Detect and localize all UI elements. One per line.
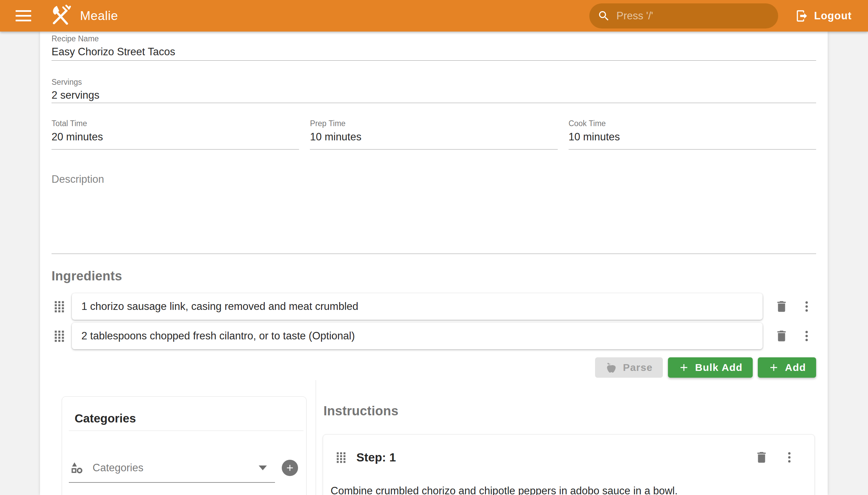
parse-button[interactable]: Parse (595, 357, 663, 378)
description-field[interactable]: Description (52, 173, 816, 186)
ingredient-row: 2 tablespoons chopped fresh cilantro, or… (52, 323, 816, 349)
drag-handle-icon[interactable] (52, 301, 67, 312)
instruction-step-card: Step: 1 C (323, 434, 815, 495)
prep-time-label: Prep Time (310, 119, 558, 128)
search-input[interactable] (616, 10, 770, 22)
trash-icon (775, 329, 789, 343)
bottom-section: Categories Categories (52, 383, 816, 495)
prep-time-value[interactable]: 10 minutes (310, 131, 558, 143)
hamburger-icon (16, 10, 31, 12)
ingredient-input[interactable]: 2 tablespoons chopped fresh cilantro, or… (72, 323, 763, 349)
divider (69, 431, 304, 431)
plus-icon (678, 362, 690, 373)
bulk-add-button[interactable]: Bulk Add (668, 357, 753, 378)
vertical-divider (316, 380, 316, 495)
step-text[interactable]: Combine crumbled chorizo and chipotle pe… (330, 483, 804, 495)
recipe-name-label: Recipe Name (52, 34, 816, 44)
cook-time-label: Cook Time (568, 119, 816, 128)
underline (69, 482, 275, 483)
description-label: Description (52, 173, 816, 186)
app-bar: Mealie Logout (0, 0, 868, 32)
instructions-column: Instructions (323, 383, 815, 495)
logout-label: Logout (814, 10, 852, 22)
servings-field[interactable]: Servings 2 servings (52, 78, 816, 101)
cook-time-field[interactable]: Cook Time 10 minutes (568, 119, 816, 150)
search-bar[interactable] (589, 3, 778, 29)
prep-time-field[interactable]: Prep Time 10 minutes (310, 119, 558, 150)
ingredient-menu-button[interactable] (797, 297, 816, 316)
underline (52, 149, 299, 150)
dots-vertical-icon (800, 300, 813, 313)
underline (52, 61, 816, 61)
instructions-section-title: Instructions (323, 404, 398, 419)
categories-card-title: Categories (74, 412, 136, 425)
delete-step-button[interactable] (752, 448, 771, 467)
mealie-logo-icon (49, 4, 72, 28)
recipe-name-field[interactable]: Recipe Name Easy Chorizo Street Tacos (52, 34, 816, 58)
recipe-name-value[interactable]: Easy Chorizo Street Tacos (52, 46, 816, 58)
add-label: Add (785, 362, 806, 373)
mealie-recipe-editor-page: Mealie Logout Recipe Name Easy Chorizo S… (0, 0, 868, 495)
servings-label: Servings (52, 78, 816, 87)
shapes-icon (70, 461, 84, 475)
total-time-label: Total Time (52, 119, 299, 128)
parse-label: Parse (623, 362, 653, 373)
underline (310, 149, 558, 150)
total-time-value[interactable]: 20 minutes (52, 131, 299, 143)
plus-icon (768, 362, 780, 373)
chevron-down-icon[interactable] (259, 465, 267, 470)
trash-icon (775, 300, 789, 313)
total-time-field[interactable]: Total Time 20 minutes (52, 119, 299, 150)
underline (52, 254, 816, 254)
logout-icon (795, 9, 809, 23)
underline (568, 149, 816, 150)
servings-value[interactable]: 2 servings (52, 89, 816, 101)
step-header: Step: 1 (333, 447, 799, 467)
categories-card: Categories Categories (62, 396, 307, 495)
trash-icon (754, 450, 769, 464)
bulk-add-label: Bulk Add (695, 362, 743, 373)
recipe-editor-card: Recipe Name Easy Chorizo Street Tacos Se… (40, 32, 828, 495)
times-row: Total Time 20 minutes Prep Time 10 minut… (52, 119, 816, 150)
ingredient-menu-button[interactable] (797, 326, 816, 345)
dots-vertical-icon (800, 329, 813, 343)
ingredient-row: 1 chorizo sausage link, casing removed a… (52, 293, 816, 320)
delete-ingredient-button[interactable] (772, 326, 791, 345)
add-ingredient-button[interactable]: Add (758, 357, 816, 378)
drag-handle-icon[interactable] (333, 451, 349, 463)
add-category-button[interactable] (282, 460, 298, 476)
dots-vertical-icon (783, 450, 796, 464)
delete-ingredient-button[interactable] (772, 297, 791, 316)
step-title: Step: 1 (356, 450, 752, 464)
ingredient-input[interactable]: 1 chorizo sausage link, casing removed a… (72, 293, 763, 320)
menu-button[interactable] (13, 5, 35, 27)
underline (52, 103, 816, 103)
categories-select[interactable]: Categories (70, 457, 298, 479)
search-icon (597, 10, 610, 22)
plus-icon (285, 463, 295, 473)
cook-time-value[interactable]: 10 minutes (568, 131, 816, 143)
ingredient-actions: Parse Bulk Add Add (595, 357, 816, 378)
logout-button[interactable]: Logout (795, 9, 852, 23)
ingredients-section-title: Ingredients (52, 269, 122, 284)
app-title: Mealie (80, 9, 118, 23)
step-menu-button[interactable] (780, 448, 799, 467)
apple-icon (605, 361, 617, 374)
drag-handle-icon[interactable] (52, 330, 67, 342)
categories-select-label: Categories (92, 462, 259, 474)
